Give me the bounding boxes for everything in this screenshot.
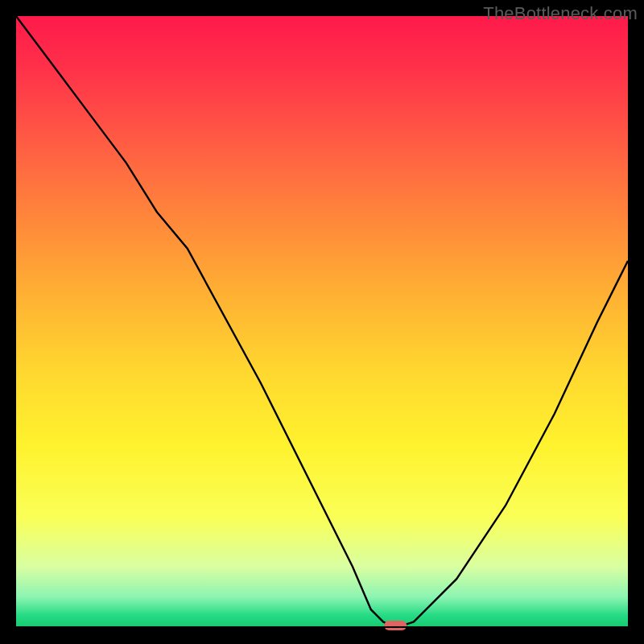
bottleneck-curve [16, 16, 628, 628]
chart-frame: TheBottleneck.com [0, 0, 644, 644]
optimal-marker [384, 621, 407, 630]
watermark-text: TheBottleneck.com [483, 3, 638, 24]
plot-area [16, 16, 628, 628]
curve-layer [16, 16, 628, 628]
